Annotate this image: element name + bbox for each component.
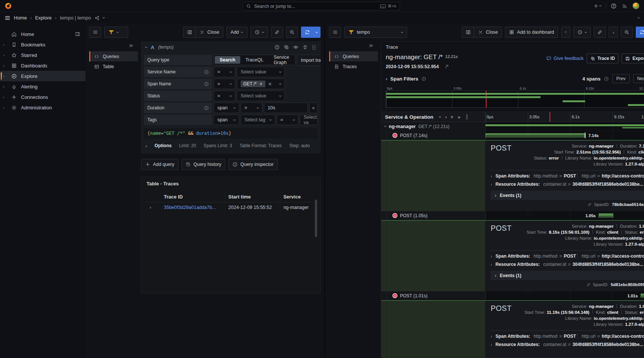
span-name-chip[interactable]: GET /* ✕ bbox=[241, 81, 265, 87]
tags-tag-select[interactable]: Select tag › bbox=[241, 115, 275, 125]
service-name-value-select[interactable]: Select value › bbox=[237, 67, 285, 77]
span-timeline-cell[interactable]: 1.05s bbox=[485, 211, 644, 220]
span-row-root[interactable]: › ng-manager GET /* (12.21s) bbox=[381, 122, 644, 131]
collapse-toolbar-icon[interactable]: › bbox=[635, 17, 640, 18]
expand-icon[interactable]: › bbox=[491, 263, 492, 267]
drag-handle-icon[interactable] bbox=[312, 45, 316, 50]
search-input[interactable]: Search or jump to... ⌘+k bbox=[243, 2, 400, 10]
sidebar-item-bookmarks[interactable]: › Bookmarks bbox=[0, 39, 85, 50]
link-icon[interactable] bbox=[586, 282, 591, 287]
tags-scope-select[interactable]: span › bbox=[214, 115, 239, 125]
column-service[interactable]: Service bbox=[280, 192, 315, 202]
duplicate-query-icon[interactable] bbox=[284, 45, 289, 50]
expand-icon[interactable]: › bbox=[3, 42, 4, 47]
remove-chip-icon[interactable]: ✕ bbox=[259, 82, 263, 87]
sidebar-item-starred[interactable]: › Starred bbox=[0, 50, 85, 60]
collapse-tabs-button[interactable] bbox=[329, 41, 378, 51]
collapse-query-icon[interactable]: › bbox=[144, 46, 149, 48]
tags-operator-select[interactable]: = › bbox=[277, 115, 298, 125]
tab-table[interactable]: Table bbox=[89, 61, 138, 72]
tab-traces[interactable]: Traces bbox=[329, 61, 378, 72]
delete-query-trash-icon[interactable] bbox=[303, 45, 308, 50]
zoom-out-button[interactable] bbox=[286, 27, 298, 38]
expand-icon[interactable]: › bbox=[491, 174, 492, 178]
expand-icon[interactable]: › bbox=[491, 334, 492, 339]
time-shift-back-button[interactable]: › bbox=[561, 27, 570, 38]
disable-query-eye-icon[interactable] bbox=[293, 45, 298, 50]
expand-icon[interactable]: › bbox=[3, 74, 4, 78]
expand-icon[interactable]: › bbox=[3, 63, 4, 68]
trace-id-button[interactable]: Trace ID bbox=[587, 54, 619, 63]
copy-link-button[interactable] bbox=[271, 27, 283, 38]
run-query-button[interactable] bbox=[301, 27, 313, 38]
collapse-tabs-button[interactable] bbox=[89, 41, 138, 51]
split-pane-button[interactable] bbox=[183, 27, 195, 38]
export-button[interactable]: Export bbox=[622, 54, 644, 63]
span-bar[interactable] bbox=[599, 213, 613, 218]
time-shift-forward-button[interactable]: › bbox=[609, 27, 618, 38]
prev-span-button[interactable]: Prev bbox=[612, 74, 630, 83]
copy-link-button[interactable] bbox=[594, 27, 606, 38]
datasource-picker[interactable]: tempo › bbox=[344, 27, 407, 38]
column-resize-handle[interactable] bbox=[466, 114, 467, 119]
table-row[interactable]: › 35be0f3d29a01adda7b... 2024-12-09 15:5… bbox=[147, 202, 315, 213]
give-feedback-link[interactable]: Give feedback bbox=[546, 56, 584, 61]
close-pane-button[interactable]: Close bbox=[195, 27, 223, 38]
tab-queries[interactable]: Queries bbox=[329, 51, 378, 61]
query-rows-button[interactable] bbox=[89, 27, 101, 38]
resource-attributes-row[interactable]: › Resource Attributes: container.id=304f… bbox=[491, 340, 644, 349]
next-span-button[interactable]: Next bbox=[633, 74, 644, 83]
expand-icon[interactable]: › bbox=[491, 254, 492, 258]
span-row[interactable]: ! POST (1.01s) 1.01s bbox=[381, 291, 644, 300]
import-trace-button[interactable]: Import trace bbox=[297, 55, 321, 66]
zoom-out-button[interactable] bbox=[621, 27, 633, 38]
split-pane-button[interactable] bbox=[462, 27, 474, 38]
options-label[interactable]: Options bbox=[154, 143, 171, 148]
span-name-value-select[interactable]: GET /* ✕ ✕ › bbox=[237, 79, 285, 89]
span-attributes-row[interactable]: › Span Attributes: http.method=POSThttp.… bbox=[491, 172, 644, 180]
resource-attributes-row[interactable]: › Resource Attributes: container.id=304f… bbox=[491, 260, 644, 268]
span-attributes-row[interactable]: › Span Attributes: http.method=POSThttp.… bbox=[491, 252, 644, 260]
sidebar-item-explore[interactable]: › Explore bbox=[0, 71, 85, 81]
expand-icon[interactable]: › bbox=[491, 182, 492, 186]
trace-id-link[interactable]: 35be0f3d29a01adda7b... bbox=[164, 205, 216, 210]
expand-icon[interactable]: › bbox=[495, 193, 496, 198]
breadcrumb-explore[interactable]: Explore bbox=[35, 15, 52, 21]
expand-span-filters-icon[interactable]: › bbox=[386, 76, 387, 81]
duration-scope-select[interactable]: span › bbox=[214, 103, 239, 113]
span-row[interactable]: ! POST (1.05s) 1.05s bbox=[381, 211, 644, 220]
span-bar[interactable] bbox=[485, 124, 644, 126]
add-button[interactable]: Add › bbox=[226, 27, 247, 38]
expand-icon[interactable]: › bbox=[3, 53, 4, 57]
expand-icon[interactable]: › bbox=[491, 343, 492, 347]
span-bar[interactable] bbox=[641, 294, 644, 298]
clear-value-icon[interactable]: ✕ bbox=[268, 81, 272, 87]
query-help-icon[interactable] bbox=[274, 45, 280, 50]
query-options-row[interactable]: › Options Limit: 20 Spans Limit: 3 Table… bbox=[144, 139, 318, 150]
expand-options-icon[interactable]: › bbox=[145, 143, 147, 148]
query-inspector-button[interactable]: Query inspector bbox=[228, 159, 277, 170]
span-row[interactable]: ! POST (7.14s) 7.14s bbox=[381, 131, 644, 140]
expand-icon[interactable]: › bbox=[495, 273, 496, 278]
expand-one-icon[interactable]: › bbox=[445, 115, 446, 119]
sidebar-item-alerting[interactable]: › Alerting bbox=[0, 81, 85, 92]
expand-icon[interactable]: › bbox=[3, 84, 4, 89]
expand-icon[interactable]: › bbox=[3, 105, 4, 110]
dock-menu-icon[interactable] bbox=[75, 31, 80, 37]
span-timeline-cell[interactable]: 1.01s bbox=[485, 291, 644, 300]
span-bar[interactable] bbox=[485, 133, 585, 137]
avatar[interactable] bbox=[632, 2, 640, 9]
resource-attributes-row[interactable]: › Resource Attributes: container.id=304f… bbox=[491, 180, 644, 188]
query-ref[interactable]: A bbox=[151, 45, 154, 50]
help-button[interactable] bbox=[610, 2, 617, 10]
new-menu-button[interactable]: › bbox=[593, 3, 602, 9]
sidebar-item-home[interactable]: Home bbox=[0, 29, 85, 39]
duration-value-input[interactable]: 10s bbox=[264, 103, 308, 113]
collapse-deep-icon[interactable]: » bbox=[450, 115, 455, 118]
run-query-button[interactable] bbox=[636, 27, 644, 38]
collapse-all-icon[interactable]: › bbox=[438, 116, 443, 118]
events-row[interactable]: › Events (1) bbox=[491, 191, 644, 200]
grafana-logo-icon[interactable] bbox=[4, 2, 12, 10]
query-type-service-graph[interactable]: Service Graph bbox=[269, 54, 294, 66]
status-operator-select[interactable]: = › bbox=[214, 91, 235, 101]
